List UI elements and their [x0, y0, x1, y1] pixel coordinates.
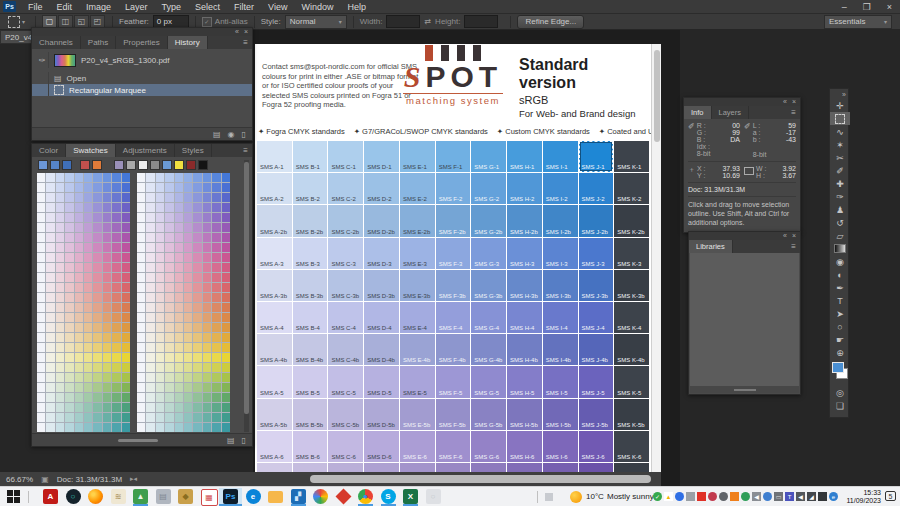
- color-swatch[interactable]: [165, 173, 173, 182]
- color-swatch[interactable]: [137, 203, 145, 212]
- tab-libraries[interactable]: Libraries: [689, 240, 733, 253]
- color-swatch[interactable]: [222, 373, 230, 382]
- color-swatch[interactable]: [65, 283, 73, 292]
- color-swatch[interactable]: [137, 243, 145, 252]
- color-swatch[interactable]: [56, 383, 64, 392]
- color-swatch[interactable]: [193, 203, 201, 212]
- color-swatch[interactable]: [122, 223, 130, 232]
- color-swatch[interactable]: [203, 173, 211, 182]
- color-swatch[interactable]: [37, 313, 45, 322]
- history-brush-source-icon[interactable]: ✑: [36, 52, 49, 68]
- color-swatch[interactable]: [222, 253, 230, 262]
- color-swatch[interactable]: [184, 413, 192, 422]
- color-swatch[interactable]: [75, 313, 83, 322]
- color-swatch[interactable]: [165, 273, 173, 282]
- color-swatch[interactable]: [103, 193, 111, 202]
- color-swatch[interactable]: [93, 303, 101, 312]
- color-swatch[interactable]: [56, 213, 64, 222]
- color-swatch[interactable]: [137, 393, 145, 402]
- color-swatch[interactable]: [193, 333, 201, 342]
- color-swatch[interactable]: [222, 173, 230, 182]
- history-brush-checkbox[interactable]: [36, 84, 49, 96]
- color-swatch[interactable]: [184, 173, 192, 182]
- tray-green-app[interactable]: [741, 492, 750, 501]
- history-state-row[interactable]: Rectangular Marquee: [32, 84, 252, 96]
- color-swatch[interactable]: [37, 173, 45, 182]
- color-swatch[interactable]: [175, 373, 183, 382]
- color-swatch[interactable]: [184, 253, 192, 262]
- color-swatch[interactable]: [46, 173, 54, 182]
- color-swatch[interactable]: [93, 343, 101, 352]
- color-swatch[interactable]: [122, 383, 130, 392]
- color-swatch[interactable]: [46, 343, 54, 352]
- color-swatch[interactable]: [46, 273, 54, 282]
- color-swatch[interactable]: [103, 213, 111, 222]
- color-swatch[interactable]: [75, 423, 83, 432]
- color-swatch[interactable]: [175, 273, 183, 282]
- color-swatch[interactable]: [75, 173, 83, 182]
- color-swatch[interactable]: [175, 343, 183, 352]
- menu-type[interactable]: Type: [155, 2, 189, 12]
- tray-red-app[interactable]: [697, 492, 706, 501]
- color-swatch[interactable]: [175, 353, 183, 362]
- color-swatch[interactable]: [56, 253, 64, 262]
- menu-image[interactable]: Image: [79, 2, 118, 12]
- color-swatch[interactable]: [156, 393, 164, 402]
- color-swatch[interactable]: [193, 323, 201, 332]
- menu-view[interactable]: View: [261, 2, 294, 12]
- color-swatch[interactable]: [46, 323, 54, 332]
- color-swatch[interactable]: [84, 253, 92, 262]
- recent-swatch[interactable]: [114, 160, 124, 170]
- color-swatch[interactable]: [184, 213, 192, 222]
- color-swatch[interactable]: [93, 233, 101, 242]
- color-swatch[interactable]: [146, 413, 154, 422]
- weather-icon[interactable]: [570, 491, 582, 503]
- color-swatch[interactable]: [93, 243, 101, 252]
- color-swatch[interactable]: [84, 203, 92, 212]
- color-swatch[interactable]: [93, 193, 101, 202]
- color-swatch[interactable]: [112, 423, 120, 432]
- color-swatch[interactable]: [56, 263, 64, 272]
- color-swatch[interactable]: [212, 223, 220, 232]
- color-swatch[interactable]: [122, 283, 130, 292]
- color-swatch[interactable]: [65, 233, 73, 242]
- color-swatch[interactable]: [56, 393, 64, 402]
- color-swatch[interactable]: [156, 343, 164, 352]
- color-swatch[interactable]: [137, 423, 145, 432]
- color-swatch[interactable]: [203, 333, 211, 342]
- tab-swatches[interactable]: Swatches: [66, 144, 116, 157]
- color-swatch[interactable]: [165, 303, 173, 312]
- color-swatch[interactable]: [175, 423, 183, 432]
- workspace-switcher[interactable]: Essentials▾: [824, 15, 892, 29]
- color-swatch[interactable]: [222, 283, 230, 292]
- color-swatch[interactable]: [37, 363, 45, 372]
- color-swatch[interactable]: [175, 303, 183, 312]
- color-swatch[interactable]: [122, 303, 130, 312]
- color-swatch[interactable]: [75, 233, 83, 242]
- color-swatch[interactable]: [122, 363, 130, 372]
- color-swatch[interactable]: [184, 363, 192, 372]
- color-swatch[interactable]: [75, 203, 83, 212]
- color-swatch[interactable]: [165, 233, 173, 242]
- color-swatch[interactable]: [112, 353, 120, 362]
- color-swatch[interactable]: [37, 223, 45, 232]
- color-swatch[interactable]: [37, 333, 45, 342]
- color-swatch[interactable]: [212, 173, 220, 182]
- color-swatch[interactable]: [56, 303, 64, 312]
- color-swatch[interactable]: [193, 293, 201, 302]
- color-swatch[interactable]: [165, 323, 173, 332]
- color-swatch[interactable]: [203, 383, 211, 392]
- recent-swatch[interactable]: [50, 160, 60, 170]
- app-chrome[interactable]: ●: [358, 489, 373, 504]
- color-swatch[interactable]: [93, 393, 101, 402]
- magic-wand-tool[interactable]: ✶: [830, 138, 850, 151]
- color-swatch[interactable]: [146, 213, 154, 222]
- color-swatch[interactable]: [175, 173, 183, 182]
- quick-mask-button[interactable]: ◎: [830, 386, 850, 399]
- color-swatch[interactable]: [175, 313, 183, 322]
- color-swatch[interactable]: [46, 333, 54, 342]
- color-swatch[interactable]: [137, 173, 145, 182]
- color-swatch[interactable]: [93, 183, 101, 192]
- path-selection-tool[interactable]: ➤: [830, 307, 850, 320]
- color-swatch[interactable]: [184, 333, 192, 342]
